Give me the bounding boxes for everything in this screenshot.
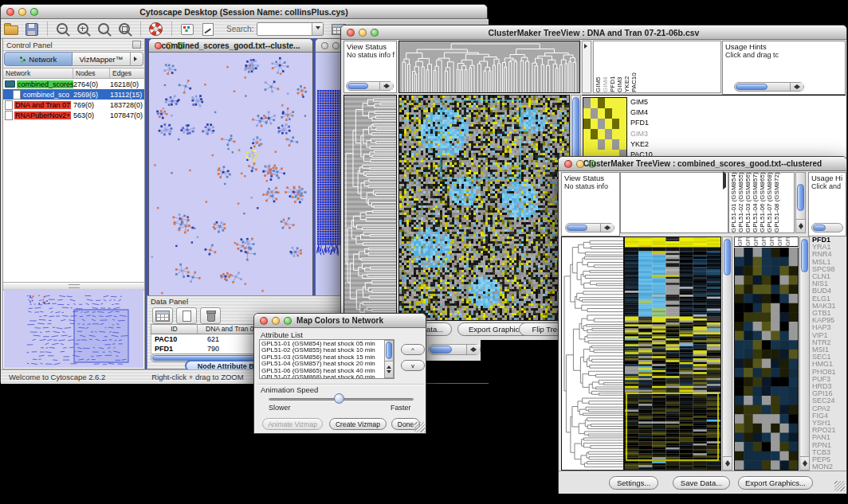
resize-grip[interactable] [414,422,425,432]
attribute-select-button[interactable] [152,307,173,324]
scroll-down-icon[interactable] [803,463,807,469]
column-labels-panel: GIM5GIM4PFD1GIM3YKE2PAC10 [593,41,721,93]
scroll-down-icon[interactable] [799,226,803,232]
horizontal-scrollbar[interactable] [428,344,481,355]
attribute-list-item[interactable]: GPL51-02 (GSM855) heat shock 10 min [260,347,384,354]
column-dendrogram-canvas[interactable] [399,41,579,92]
treeview-dna-titlebar[interactable]: ClusterMaker TreeView : DNA and Tran 07-… [341,25,846,40]
horizontal-scrollbar[interactable] [734,82,804,92]
create-attribute-button[interactable] [176,307,197,324]
settings-button[interactable]: Settings... [609,476,658,490]
scroll-left-icon[interactable] [602,225,607,230]
scroll-left-icon[interactable] [791,84,797,89]
scroll-up-icon[interactable] [803,458,807,463]
scrollbar-thumb[interactable] [347,83,368,89]
view-status-panel: View Status No status info f [344,41,397,93]
attribute-list-item[interactable]: GPL51-07 (GSM868) heat shock 60 min [260,374,384,379]
row-dendrogram-canvas[interactable] [562,237,623,470]
annotation-button[interactable] [199,21,217,37]
move-down-button[interactable]: v [401,360,425,371]
network-row[interactable]: DNA and Tran 07 769(0) 183728(0) [3,100,144,110]
scrollbar-thumb[interactable] [797,184,804,211]
open-session-button[interactable] [2,21,20,37]
network-name: combined_scores [17,80,73,88]
column-header-network[interactable]: Network [3,68,73,78]
birdseye-view-canvas[interactable] [4,289,143,368]
float-panel-icon[interactable] [132,41,141,49]
save-icon [26,23,38,36]
scrollbar-thumb[interactable] [386,342,392,359]
scrollbar-thumb[interactable] [430,346,452,354]
resize-grip[interactable] [834,481,845,491]
network-canvas-grid[interactable] [316,53,342,297]
export-graphics-button[interactable]: Export Graphics... [738,476,813,490]
tab-vizmapper[interactable]: VizMapper™ [73,52,132,66]
zoom-heatmap-canvas[interactable] [735,248,798,470]
attribute-list-item[interactable]: GPL51-03 (GSM856) heat shock 15 min [260,354,384,361]
zoom-fit-button[interactable] [116,21,134,37]
slider-thumb[interactable] [334,393,344,404]
horizontal-scrollbar[interactable] [811,223,843,232]
horizontal-scrollbar[interactable] [346,81,394,91]
network-view-titlebar[interactable]: combined_scores_good.txt--cluste... [149,39,312,53]
horizontal-scrollbar[interactable] [565,223,614,232]
network-table-header[interactable]: Network Nodes Edges [3,68,144,79]
scroll-left-icon[interactable] [381,84,387,88]
create-vizmap-button[interactable]: Create Vizmap [329,418,387,430]
zoom-in-button[interactable] [75,21,92,37]
scrollbar-thumb[interactable] [736,84,768,90]
attribute-list-item[interactable]: GPL51-06 (GSM865) heat shock 40 min [260,368,384,374]
scroll-left-icon[interactable] [468,347,473,352]
attribute-list-item[interactable]: GPL51-04 (GSM857) heat shock 20 min [260,361,384,367]
scroll-right-icon[interactable] [797,84,803,89]
attribute-list-item[interactable]: GPL51-01 (GSM854) heat shock 05 min [260,341,384,347]
background-window-titlebar[interactable] [316,39,343,53]
scrollbar-thumb[interactable] [801,239,808,272]
scroll-up-icon[interactable] [387,363,391,369]
tab-overflow-button[interactable] [131,52,143,66]
network-canvas[interactable] [150,53,312,297]
network-row-selected[interactable]: combined_sco 2569(6) 13112(15) [3,89,144,100]
network-row[interactable]: RNAPuberNov2+ 563(0) 107847(0) [3,110,144,120]
scroll-right-icon[interactable] [387,84,392,88]
zoom-out-button[interactable] [54,21,72,37]
scrollbar-thumb[interactable] [813,225,826,231]
heatmap-canvas[interactable] [625,237,720,470]
scroll-down-icon[interactable] [387,370,391,376]
zoom-heatmap-canvas[interactable] [583,98,626,160]
network-row[interactable]: combined_scores 2764(0) 16218(0) [3,79,144,89]
search-input[interactable] [257,22,324,36]
column-header-id[interactable]: ID [151,325,198,334]
vertical-scrollbar[interactable] [384,340,394,378]
scroll-up-icon[interactable] [725,458,730,463]
column-header-edges[interactable]: Edges [110,68,144,78]
heatmap-canvas[interactable] [399,96,569,320]
scrollbar-thumb[interactable] [724,239,731,275]
scrollbar-thumb[interactable] [567,225,587,231]
main-titlebar[interactable]: Cytoscape Desktop (Session Name: collins… [1,5,487,19]
row-dendrogram-canvas[interactable] [344,96,396,320]
zoom-selected-button[interactable] [96,21,113,37]
animate-vizmap-button[interactable]: Animate Vizmap [262,418,323,430]
attribute-list[interactable]: GPL51-01 (GSM854) heat shock 05 minGPL51… [259,339,395,379]
scroll-right-icon[interactable] [607,225,613,230]
tab-network[interactable]: Network [4,52,73,66]
help-button[interactable] [147,21,165,37]
move-up-button[interactable]: ^ [401,344,425,355]
vertical-scrollbar[interactable] [722,236,732,471]
save-session-button[interactable] [23,21,41,37]
scroll-right-icon[interactable] [473,347,479,352]
search-dropdown-button[interactable] [312,23,323,35]
vertical-scrollbar[interactable] [795,172,806,233]
scroll-up-icon[interactable] [799,221,803,226]
vertical-scrollbar[interactable] [799,236,810,471]
delete-attribute-button[interactable] [200,307,221,324]
save-data-button[interactable]: Save Data... [673,476,730,490]
scroll-down-icon[interactable] [725,463,730,469]
close-button[interactable] [321,42,328,49]
vizmapper-button[interactable] [179,21,196,37]
treeview-combined-titlebar[interactable]: ClusterMaker TreeView : combined_scores_… [559,157,846,171]
minimize-button[interactable] [332,42,340,49]
column-header-nodes[interactable]: Nodes [73,68,110,78]
dialog-titlebar[interactable]: Map Colors to Network [254,314,426,328]
